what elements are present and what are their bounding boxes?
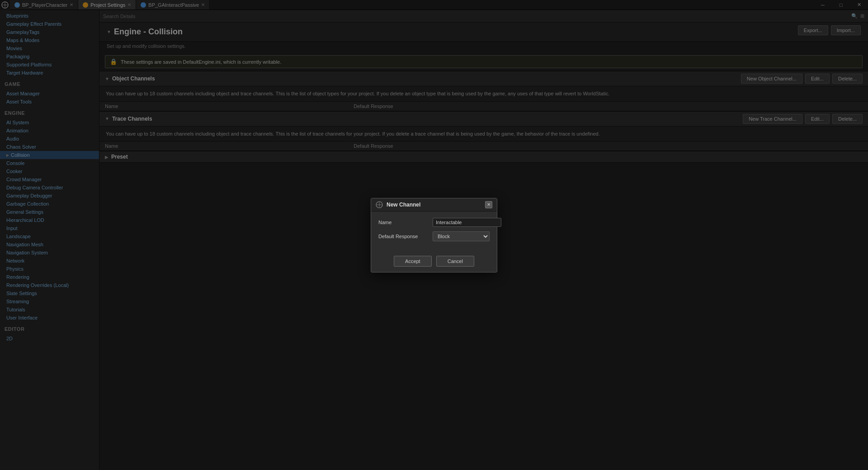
- new-channel-modal: New Channel ✕ Name Default Response Igno…: [371, 198, 497, 273]
- modal-footer: Accept Cancel: [371, 252, 497, 272]
- modal-overlay[interactable]: New Channel ✕ Name Default Response Igno…: [0, 0, 868, 470]
- modal-header: New Channel ✕: [371, 198, 497, 212]
- modal-close-button[interactable]: ✕: [485, 201, 492, 208]
- modal-body: Name Default Response Ignore Overlap Blo…: [371, 212, 497, 252]
- modal-accept-button[interactable]: Accept: [394, 256, 432, 267]
- modal-name-field: Name: [378, 218, 490, 227]
- modal-name-input[interactable]: [433, 218, 501, 227]
- modal-response-select[interactable]: Ignore Overlap Block: [433, 231, 490, 241]
- modal-name-label: Name: [378, 220, 428, 225]
- unreal-logo: [376, 201, 383, 208]
- modal-response-field: Default Response Ignore Overlap Block: [378, 231, 490, 241]
- modal-title: New Channel: [387, 202, 481, 208]
- modal-response-label: Default Response: [378, 234, 428, 239]
- modal-cancel-button[interactable]: Cancel: [436, 256, 474, 267]
